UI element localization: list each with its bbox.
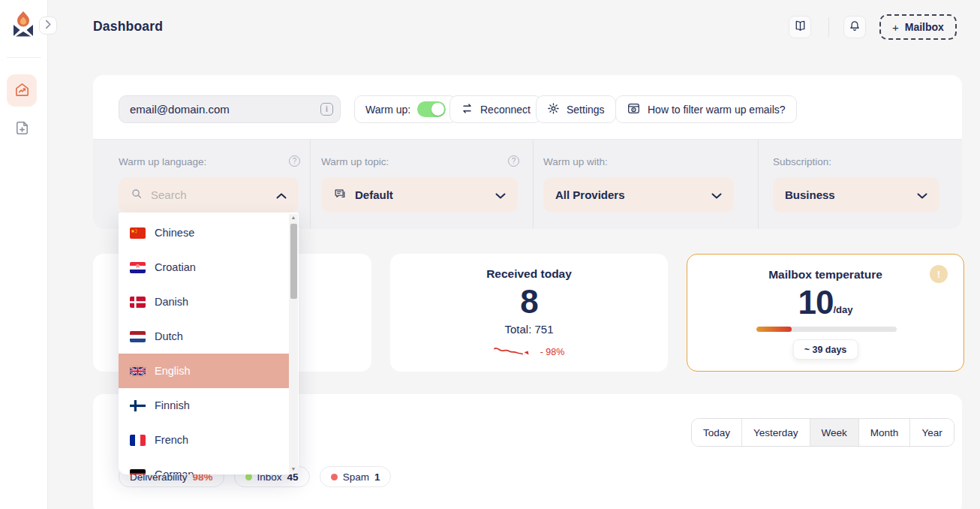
- mailbox-panel: i Warm up: Reconnect: [93, 75, 962, 229]
- language-option-label: French: [155, 434, 188, 446]
- range-tab-month[interactable]: Month: [858, 419, 910, 446]
- range-tab-week[interactable]: Week: [810, 419, 858, 446]
- dropdown-scrollbar[interactable]: ▲ ▼: [289, 214, 298, 473]
- sidebar-divider: [7, 57, 41, 58]
- language-option-dutch[interactable]: Dutch: [119, 319, 290, 354]
- language-help-icon[interactable]: ?: [289, 155, 300, 167]
- email-info-icon[interactable]: i: [320, 103, 333, 116]
- received-today-total: Total: 751: [390, 323, 668, 336]
- sidebar: [0, 0, 48, 509]
- bell-icon: [848, 20, 861, 35]
- gear-icon: [547, 102, 560, 117]
- chat-topic-icon: [333, 187, 347, 203]
- sidebar-collapse-button[interactable]: [39, 17, 57, 35]
- mailbox-toolbar: i Warm up: Reconnect: [93, 75, 962, 139]
- filter-divider: [758, 140, 759, 229]
- header-divider: [828, 17, 829, 37]
- range-tab-yesterday[interactable]: Yesterday: [741, 419, 810, 446]
- search-icon: [131, 188, 143, 202]
- provider-value: All Providers: [555, 188, 703, 201]
- received-trend: - 98%: [390, 345, 668, 359]
- language-dropdown-list: ChineseCroatianDanishDutchEnglishFinnish…: [119, 215, 299, 474]
- chevron-up-icon: [276, 188, 287, 201]
- settings-button[interactable]: Settings: [536, 95, 616, 123]
- warmup-label: Warm up:: [365, 104, 410, 116]
- scroll-down-icon[interactable]: ▼: [289, 465, 298, 473]
- howto-filter-button[interactable]: How to filter warm up emails?: [615, 95, 797, 123]
- flag-cn-icon: [130, 227, 146, 239]
- flag-fr-icon: [130, 435, 146, 446]
- subscription-filter-label: Subscription:: [773, 156, 831, 167]
- language-option-label: Danish: [155, 296, 188, 308]
- mailbox-temperature-title: Mailbox temperature: [687, 268, 963, 282]
- legend-badge-spam[interactable]: Spam1: [320, 466, 392, 487]
- flag-dk-icon: [130, 297, 146, 308]
- language-option-chinese[interactable]: Chinese: [119, 215, 290, 250]
- scroll-up-icon[interactable]: ▲: [289, 214, 298, 221]
- legend-value: 1: [374, 471, 380, 483]
- temperature-unit: /day: [833, 304, 852, 315]
- topic-filter-label: Warm up topic:: [321, 156, 389, 167]
- filter-divider: [533, 140, 534, 229]
- language-option-french[interactable]: French: [119, 423, 290, 457]
- docs-button[interactable]: [789, 16, 811, 38]
- sync-icon: [461, 102, 473, 117]
- received-today-card: Received today 8 Total: 751 - 98%: [390, 254, 668, 372]
- sidebar-item-dashboard[interactable]: [7, 74, 37, 107]
- add-mailbox-label: Mailbox: [905, 21, 944, 33]
- received-today-value: 8: [390, 285, 668, 318]
- settings-label: Settings: [567, 104, 605, 116]
- legend-label: Spam: [343, 471, 369, 483]
- topic-help-icon[interactable]: ?: [508, 155, 519, 167]
- video-icon: [627, 101, 641, 118]
- sidebar-item-add-file[interactable]: [7, 113, 37, 145]
- chevron-down-icon: [711, 188, 722, 201]
- range-tab-year[interactable]: Year: [909, 419, 953, 446]
- temperature-progress-track: [756, 327, 897, 332]
- language-search-input[interactable]: [151, 188, 268, 201]
- app-logo-icon: [8, 9, 38, 39]
- range-tab-today[interactable]: Today: [692, 419, 741, 446]
- book-icon: [793, 19, 807, 35]
- legend-dot-icon: [331, 474, 338, 480]
- provider-select[interactable]: All Providers: [543, 177, 734, 212]
- language-option-german[interactable]: German: [119, 457, 290, 474]
- email-input[interactable]: [119, 95, 341, 123]
- mailbox-temperature-card: Mailbox temperature ! 10 /day ~ 39 days: [687, 254, 964, 372]
- scrollbar-thumb[interactable]: [290, 224, 297, 299]
- language-option-label: German: [155, 468, 194, 474]
- plus-icon: +: [892, 21, 899, 34]
- topic-select[interactable]: Default: [321, 177, 518, 212]
- provider-filter-label: Warm up with:: [543, 156, 608, 167]
- subscription-select[interactable]: Business: [773, 177, 939, 212]
- flag-nl-icon: [130, 331, 146, 342]
- language-select[interactable]: [119, 177, 299, 212]
- language-option-danish[interactable]: Danish: [119, 285, 290, 319]
- warmup-toggle[interactable]: [417, 101, 446, 117]
- add-mailbox-button[interactable]: + Mailbox: [879, 14, 957, 40]
- language-option-label: Finnish: [155, 399, 190, 411]
- app-root: Dashboard + Mailbox: [0, 0, 980, 509]
- page-title: Dashboard: [93, 19, 163, 35]
- trend-value: - 98%: [540, 347, 565, 357]
- chevron-down-icon: [495, 188, 506, 201]
- notifications-button[interactable]: [843, 16, 866, 38]
- language-option-croatian[interactable]: Croatian: [119, 250, 290, 285]
- range-tabs: TodayYesterdayWeekMonthYear: [691, 418, 954, 447]
- flag-gb-icon: [130, 366, 146, 377]
- file-plus-icon: [14, 119, 31, 139]
- language-option-finnish[interactable]: Finnish: [119, 388, 290, 423]
- warmup-toggle-group[interactable]: Warm up:: [354, 95, 457, 123]
- reconnect-button[interactable]: Reconnect: [449, 95, 542, 123]
- language-option-label: English: [155, 365, 191, 377]
- language-dropdown: ChineseCroatianDanishDutchEnglishFinnish…: [119, 212, 299, 474]
- language-filter-label: Warm up language:: [119, 156, 206, 167]
- temperature-value-group: 10 /day: [687, 286, 963, 319]
- temperature-alert-icon[interactable]: !: [930, 265, 948, 283]
- language-option-label: Chinese: [155, 227, 194, 239]
- dashboard-home-chart-icon: [14, 81, 31, 101]
- language-option-english[interactable]: English: [119, 354, 290, 388]
- language-option-label: Dutch: [155, 330, 183, 342]
- flag-fi-icon: [130, 400, 146, 411]
- chevron-down-icon: [917, 188, 927, 201]
